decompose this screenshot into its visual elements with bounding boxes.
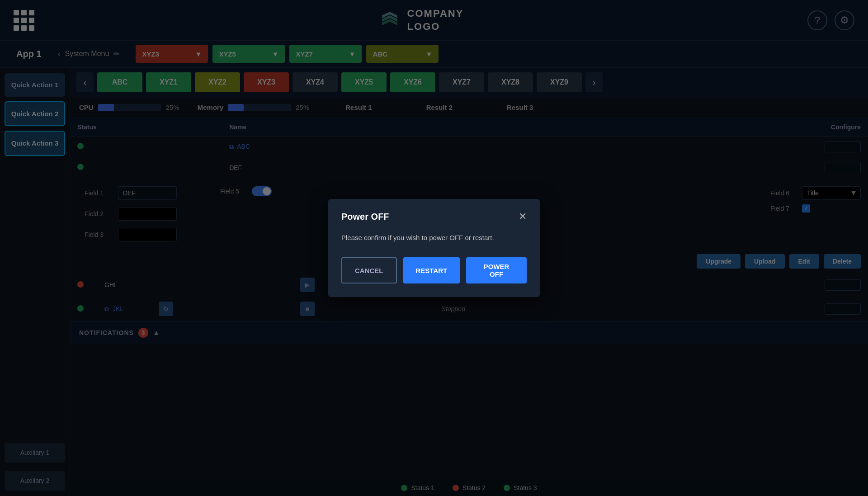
modal-poweroff-button[interactable]: POWER OFF [466,257,527,283]
modal-title: Power OFF [341,212,389,222]
modal-cancel-button[interactable]: CANCEL [341,257,397,283]
modal-body: Please confirm if you wish to power OFF … [341,233,527,243]
modal-footer: CANCEL RESTART POWER OFF [341,257,527,283]
modal-close-button[interactable]: ✕ [519,212,527,222]
modal-overlay: Power OFF ✕ Please confirm if you wish t… [0,0,868,496]
power-off-modal: Power OFF ✕ Please confirm if you wish t… [328,199,540,298]
modal-header: Power OFF ✕ [341,212,527,222]
modal-restart-button[interactable]: RESTART [403,257,460,283]
